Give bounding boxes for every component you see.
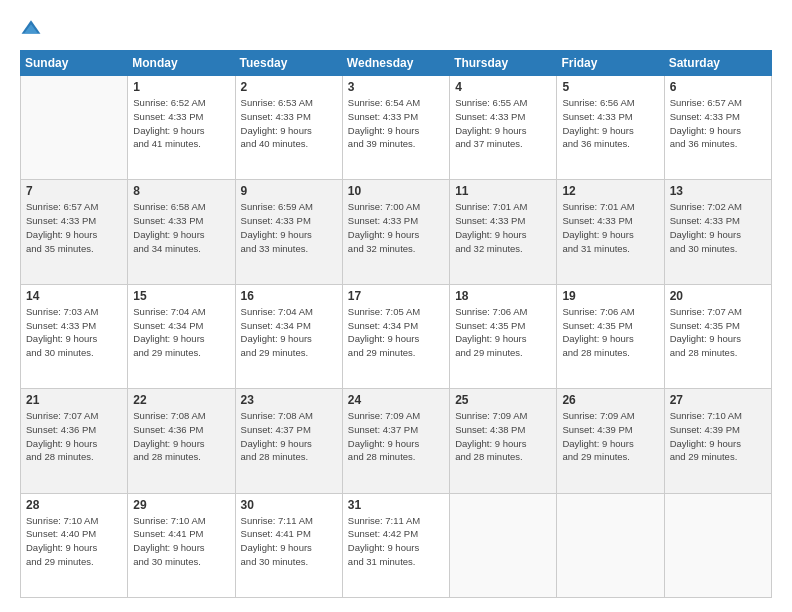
- day-info: Sunrise: 7:00 AMSunset: 4:33 PMDaylight:…: [348, 200, 444, 255]
- day-number: 16: [241, 289, 337, 303]
- calendar-cell: 7Sunrise: 6:57 AMSunset: 4:33 PMDaylight…: [21, 180, 128, 284]
- day-number: 18: [455, 289, 551, 303]
- day-of-week-header: Saturday: [664, 51, 771, 76]
- day-of-week-header: Wednesday: [342, 51, 449, 76]
- logo-icon: [20, 18, 42, 40]
- calendar-cell: 24Sunrise: 7:09 AMSunset: 4:37 PMDayligh…: [342, 389, 449, 493]
- day-info: Sunrise: 7:07 AMSunset: 4:36 PMDaylight:…: [26, 409, 122, 464]
- day-info: Sunrise: 7:06 AMSunset: 4:35 PMDaylight:…: [562, 305, 658, 360]
- calendar-cell: 19Sunrise: 7:06 AMSunset: 4:35 PMDayligh…: [557, 284, 664, 388]
- calendar-cell: 8Sunrise: 6:58 AMSunset: 4:33 PMDaylight…: [128, 180, 235, 284]
- day-number: 11: [455, 184, 551, 198]
- calendar-cell: 27Sunrise: 7:10 AMSunset: 4:39 PMDayligh…: [664, 389, 771, 493]
- calendar-cell: 4Sunrise: 6:55 AMSunset: 4:33 PMDaylight…: [450, 76, 557, 180]
- logo: [20, 18, 46, 40]
- day-info: Sunrise: 7:10 AMSunset: 4:39 PMDaylight:…: [670, 409, 766, 464]
- calendar-cell: [450, 493, 557, 597]
- day-number: 13: [670, 184, 766, 198]
- calendar-cell: 26Sunrise: 7:09 AMSunset: 4:39 PMDayligh…: [557, 389, 664, 493]
- day-info: Sunrise: 7:09 AMSunset: 4:38 PMDaylight:…: [455, 409, 551, 464]
- day-number: 30: [241, 498, 337, 512]
- day-info: Sunrise: 7:08 AMSunset: 4:37 PMDaylight:…: [241, 409, 337, 464]
- day-info: Sunrise: 6:59 AMSunset: 4:33 PMDaylight:…: [241, 200, 337, 255]
- day-of-week-header: Friday: [557, 51, 664, 76]
- day-number: 14: [26, 289, 122, 303]
- calendar-week-row: 28Sunrise: 7:10 AMSunset: 4:40 PMDayligh…: [21, 493, 772, 597]
- day-info: Sunrise: 6:53 AMSunset: 4:33 PMDaylight:…: [241, 96, 337, 151]
- calendar-cell: 17Sunrise: 7:05 AMSunset: 4:34 PMDayligh…: [342, 284, 449, 388]
- calendar-cell: 5Sunrise: 6:56 AMSunset: 4:33 PMDaylight…: [557, 76, 664, 180]
- calendar-cell: 15Sunrise: 7:04 AMSunset: 4:34 PMDayligh…: [128, 284, 235, 388]
- day-info: Sunrise: 7:04 AMSunset: 4:34 PMDaylight:…: [133, 305, 229, 360]
- day-info: Sunrise: 6:57 AMSunset: 4:33 PMDaylight:…: [670, 96, 766, 151]
- calendar-header-row: SundayMondayTuesdayWednesdayThursdayFrid…: [21, 51, 772, 76]
- day-info: Sunrise: 6:58 AMSunset: 4:33 PMDaylight:…: [133, 200, 229, 255]
- day-info: Sunrise: 7:02 AMSunset: 4:33 PMDaylight:…: [670, 200, 766, 255]
- calendar-week-row: 1Sunrise: 6:52 AMSunset: 4:33 PMDaylight…: [21, 76, 772, 180]
- day-number: 25: [455, 393, 551, 407]
- calendar-cell: 3Sunrise: 6:54 AMSunset: 4:33 PMDaylight…: [342, 76, 449, 180]
- day-of-week-header: Tuesday: [235, 51, 342, 76]
- calendar-cell: 23Sunrise: 7:08 AMSunset: 4:37 PMDayligh…: [235, 389, 342, 493]
- calendar-cell: [21, 76, 128, 180]
- day-number: 1: [133, 80, 229, 94]
- day-number: 19: [562, 289, 658, 303]
- day-number: 6: [670, 80, 766, 94]
- day-info: Sunrise: 7:08 AMSunset: 4:36 PMDaylight:…: [133, 409, 229, 464]
- day-number: 31: [348, 498, 444, 512]
- calendar-cell: 20Sunrise: 7:07 AMSunset: 4:35 PMDayligh…: [664, 284, 771, 388]
- calendar-table: SundayMondayTuesdayWednesdayThursdayFrid…: [20, 50, 772, 598]
- day-number: 7: [26, 184, 122, 198]
- day-number: 23: [241, 393, 337, 407]
- day-number: 4: [455, 80, 551, 94]
- calendar-cell: 30Sunrise: 7:11 AMSunset: 4:41 PMDayligh…: [235, 493, 342, 597]
- calendar-cell: 2Sunrise: 6:53 AMSunset: 4:33 PMDaylight…: [235, 76, 342, 180]
- day-number: 28: [26, 498, 122, 512]
- calendar-cell: 6Sunrise: 6:57 AMSunset: 4:33 PMDaylight…: [664, 76, 771, 180]
- calendar-cell: 21Sunrise: 7:07 AMSunset: 4:36 PMDayligh…: [21, 389, 128, 493]
- calendar-cell: 14Sunrise: 7:03 AMSunset: 4:33 PMDayligh…: [21, 284, 128, 388]
- day-info: Sunrise: 7:09 AMSunset: 4:37 PMDaylight:…: [348, 409, 444, 464]
- day-number: 12: [562, 184, 658, 198]
- day-info: Sunrise: 7:11 AMSunset: 4:42 PMDaylight:…: [348, 514, 444, 569]
- day-info: Sunrise: 6:54 AMSunset: 4:33 PMDaylight:…: [348, 96, 444, 151]
- calendar-cell: 29Sunrise: 7:10 AMSunset: 4:41 PMDayligh…: [128, 493, 235, 597]
- calendar-cell: 9Sunrise: 6:59 AMSunset: 4:33 PMDaylight…: [235, 180, 342, 284]
- day-number: 2: [241, 80, 337, 94]
- day-info: Sunrise: 7:04 AMSunset: 4:34 PMDaylight:…: [241, 305, 337, 360]
- page: SundayMondayTuesdayWednesdayThursdayFrid…: [0, 0, 792, 612]
- calendar-week-row: 7Sunrise: 6:57 AMSunset: 4:33 PMDaylight…: [21, 180, 772, 284]
- calendar-cell: 25Sunrise: 7:09 AMSunset: 4:38 PMDayligh…: [450, 389, 557, 493]
- day-info: Sunrise: 7:05 AMSunset: 4:34 PMDaylight:…: [348, 305, 444, 360]
- day-number: 29: [133, 498, 229, 512]
- day-info: Sunrise: 7:01 AMSunset: 4:33 PMDaylight:…: [455, 200, 551, 255]
- day-number: 9: [241, 184, 337, 198]
- calendar-cell: 22Sunrise: 7:08 AMSunset: 4:36 PMDayligh…: [128, 389, 235, 493]
- day-number: 5: [562, 80, 658, 94]
- calendar-cell: 10Sunrise: 7:00 AMSunset: 4:33 PMDayligh…: [342, 180, 449, 284]
- calendar-cell: 28Sunrise: 7:10 AMSunset: 4:40 PMDayligh…: [21, 493, 128, 597]
- day-info: Sunrise: 6:55 AMSunset: 4:33 PMDaylight:…: [455, 96, 551, 151]
- day-info: Sunrise: 6:56 AMSunset: 4:33 PMDaylight:…: [562, 96, 658, 151]
- day-info: Sunrise: 6:57 AMSunset: 4:33 PMDaylight:…: [26, 200, 122, 255]
- day-info: Sunrise: 7:01 AMSunset: 4:33 PMDaylight:…: [562, 200, 658, 255]
- day-of-week-header: Monday: [128, 51, 235, 76]
- day-number: 20: [670, 289, 766, 303]
- day-info: Sunrise: 7:07 AMSunset: 4:35 PMDaylight:…: [670, 305, 766, 360]
- day-info: Sunrise: 7:06 AMSunset: 4:35 PMDaylight:…: [455, 305, 551, 360]
- day-number: 3: [348, 80, 444, 94]
- day-info: Sunrise: 7:11 AMSunset: 4:41 PMDaylight:…: [241, 514, 337, 569]
- day-number: 15: [133, 289, 229, 303]
- calendar-cell: [664, 493, 771, 597]
- calendar-cell: 1Sunrise: 6:52 AMSunset: 4:33 PMDaylight…: [128, 76, 235, 180]
- day-info: Sunrise: 7:03 AMSunset: 4:33 PMDaylight:…: [26, 305, 122, 360]
- calendar-cell: 11Sunrise: 7:01 AMSunset: 4:33 PMDayligh…: [450, 180, 557, 284]
- calendar-cell: 31Sunrise: 7:11 AMSunset: 4:42 PMDayligh…: [342, 493, 449, 597]
- header: [20, 18, 772, 40]
- day-of-week-header: Sunday: [21, 51, 128, 76]
- day-info: Sunrise: 7:09 AMSunset: 4:39 PMDaylight:…: [562, 409, 658, 464]
- day-number: 27: [670, 393, 766, 407]
- calendar-cell: [557, 493, 664, 597]
- day-info: Sunrise: 6:52 AMSunset: 4:33 PMDaylight:…: [133, 96, 229, 151]
- day-number: 24: [348, 393, 444, 407]
